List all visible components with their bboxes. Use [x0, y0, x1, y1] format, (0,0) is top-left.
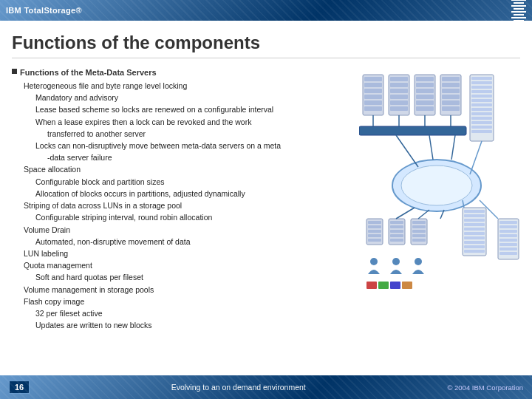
svg-rect-70: [412, 239, 426, 242]
text-line: Soft and hard quotas per fileset: [12, 272, 352, 283]
svg-rect-15: [416, 77, 434, 81]
header-bar: IBM TotalStorage®: [0, 0, 532, 21]
text-line: Configurable block and partition sizes: [12, 177, 352, 188]
svg-rect-23: [442, 83, 460, 87]
svg-rect-91: [499, 225, 517, 228]
svg-point-88: [415, 258, 422, 265]
text-line: 32 per fileset active: [12, 308, 352, 319]
svg-rect-10: [390, 89, 408, 93]
svg-rect-22: [442, 77, 460, 81]
text-line: Space allocation: [12, 164, 352, 175]
svg-rect-61: [390, 225, 403, 228]
text-line: Updates are written to new blocks: [12, 320, 352, 331]
svg-rect-20: [416, 106, 434, 111]
svg-line-83: [418, 210, 429, 219]
content-area: Functions of the Meta-Data Servers Heter…: [12, 67, 520, 375]
svg-rect-80: [464, 245, 485, 248]
svg-rect-62: [390, 230, 403, 233]
svg-rect-79: [464, 241, 485, 244]
svg-rect-27: [442, 106, 460, 111]
svg-rect-58: [368, 239, 381, 242]
svg-rect-3: [364, 89, 382, 93]
svg-rect-54: [368, 221, 381, 224]
text-line: transferred to another server: [12, 129, 352, 140]
svg-rect-57: [368, 234, 381, 237]
svg-rect-96: [499, 248, 517, 250]
header-title: IBM TotalStorage®: [6, 6, 82, 15]
text-line: Striping of data across LUNs in a storag…: [12, 200, 352, 211]
text-line: -data server failure: [12, 152, 352, 163]
svg-line-51: [451, 135, 455, 160]
svg-point-48: [401, 166, 472, 205]
lines-container: Heterogeneous file and byte range level …: [12, 81, 352, 332]
ibm-stripe-5: [511, 11, 526, 13]
text-line: Flash copy image: [12, 296, 352, 307]
text-line: Configurable striping interval, round ro…: [12, 212, 352, 223]
svg-rect-19: [416, 100, 434, 105]
svg-rect-64: [390, 239, 403, 242]
svg-rect-56: [368, 230, 381, 233]
text-line: Volume Drain: [12, 225, 352, 236]
svg-rect-34: [471, 99, 492, 102]
svg-rect-55: [368, 225, 381, 228]
svg-rect-30: [471, 81, 492, 84]
svg-rect-95: [499, 243, 517, 246]
svg-rect-2: [364, 83, 382, 87]
svg-rect-25: [442, 95, 460, 99]
ibm-logo: [511, 0, 526, 21]
page-title: Functions of the components: [12, 33, 520, 58]
svg-rect-38: [471, 117, 492, 120]
svg-rect-100: [378, 282, 389, 289]
svg-rect-24: [442, 89, 460, 93]
ibm-stripe-4: [514, 8, 524, 10]
svg-rect-36: [471, 108, 492, 111]
text-line: Locks can non-disruptively move between …: [12, 140, 352, 151]
footer-copyright: © 2004 IBM Corporation: [447, 383, 523, 392]
text-column: Functions of the Meta-Data Servers Heter…: [12, 67, 352, 375]
svg-line-52: [470, 141, 482, 174]
ibm-stripe-1: [511, 0, 526, 1]
svg-rect-13: [390, 106, 408, 111]
svg-rect-77: [464, 232, 485, 235]
svg-line-50: [429, 135, 433, 160]
svg-rect-11: [390, 95, 408, 99]
svg-rect-41: [471, 130, 492, 133]
svg-rect-81: [464, 250, 485, 253]
section-title-text: Functions of the Meta-Data Servers: [20, 67, 157, 79]
svg-rect-32: [471, 90, 492, 93]
svg-rect-68: [412, 230, 426, 233]
svg-rect-4: [364, 95, 382, 99]
svg-rect-29: [471, 77, 492, 80]
svg-rect-6: [364, 106, 382, 111]
svg-rect-1: [364, 77, 382, 81]
svg-point-86: [370, 258, 378, 265]
svg-rect-74: [464, 219, 485, 222]
svg-rect-94: [499, 239, 517, 242]
bullet-icon: [12, 69, 17, 74]
svg-rect-12: [390, 100, 408, 105]
svg-rect-5: [364, 100, 382, 105]
svg-rect-60: [390, 221, 403, 224]
svg-rect-72: [464, 210, 485, 213]
svg-rect-92: [499, 230, 517, 233]
svg-rect-18: [416, 95, 434, 99]
svg-rect-63: [390, 234, 403, 237]
svg-rect-33: [471, 95, 492, 98]
ibm-stripe-3: [511, 5, 526, 7]
text-line: Mandatory and advisory: [12, 92, 352, 103]
svg-rect-39: [471, 121, 492, 124]
footer: 16 Evolving to an on demand environment …: [0, 375, 532, 399]
svg-rect-67: [412, 225, 426, 228]
text-line: Lease based scheme so locks are renewed …: [12, 104, 352, 115]
text-line: Automated, non-disruptive movement of da…: [12, 236, 352, 248]
svg-rect-17: [416, 89, 434, 93]
diagram-column: [359, 67, 522, 375]
text-line: LUN labeling: [12, 248, 352, 259]
svg-rect-40: [471, 126, 492, 129]
text-line: When a lease expires then a lock can be …: [12, 117, 352, 128]
svg-rect-78: [464, 236, 485, 239]
main-content: Functions of the components Functions of…: [0, 21, 532, 375]
svg-rect-42: [359, 126, 466, 135]
text-line: Heterogeneous file and byte range level …: [12, 81, 352, 92]
svg-rect-93: [499, 234, 517, 237]
